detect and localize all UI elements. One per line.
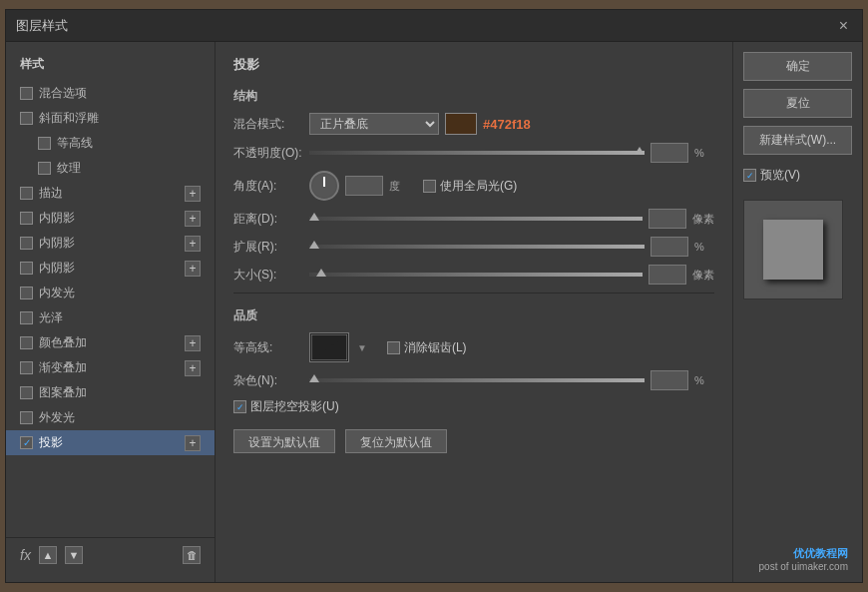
layer-knockout-checkbox[interactable] [233,400,246,413]
inner-shadow1-label: 内阴影 [39,210,75,227]
sidebar-item-inner-shadow1[interactable]: 内阴影 + [6,206,215,231]
color-overlay-add-btn[interactable]: + [185,335,201,351]
size-row: 大小(S): 1 像素 [233,265,714,285]
bevel-checkbox[interactable] [20,112,33,125]
move-down-button[interactable]: ▼ [65,546,83,564]
stroke-checkbox[interactable] [20,187,33,200]
bevel-label: 斜面和浮雕 [39,110,99,127]
sidebar-item-contour[interactable]: 等高线 [6,131,215,156]
global-light-checkbox[interactable] [423,180,436,193]
stroke-add-btn[interactable]: + [185,186,201,202]
noise-slider-handle[interactable] [309,374,319,382]
inner-shadow1-add-btn[interactable]: + [185,211,201,227]
structure-subtitle: 结构 [233,88,714,105]
sidebar-item-gloss[interactable]: 光泽 [6,305,215,330]
distance-input[interactable]: 0 [649,209,686,229]
opacity-slider-handle[interactable] [635,147,645,155]
distance-slider-track[interactable] [309,217,643,221]
sidebar-item-inner-shadow2[interactable]: 内阴影 + [6,231,215,256]
pattern-overlay-checkbox[interactable] [20,386,33,399]
sidebar-item-stroke[interactable]: 描边 + [6,181,215,206]
noise-slider-track[interactable] [309,378,645,382]
move-up-button[interactable]: ▲ [39,546,57,564]
contour-svg [311,334,347,360]
reset-default-button[interactable]: 复位为默认值 [345,429,447,453]
drop-shadow-label: 投影 [39,434,63,451]
contour-label: 等高线 [57,135,93,152]
divider [233,293,714,294]
sidebar-item-drop-shadow[interactable]: 投影 + [6,430,215,455]
drop-shadow-add-btn[interactable]: + [185,435,201,451]
inner-shadow2-checkbox[interactable] [20,237,33,250]
sidebar-item-outer-glow[interactable]: 外发光 [6,405,215,430]
sidebar-item-texture[interactable]: 纹理 [6,156,215,181]
sidebar-item-gradient-overlay[interactable]: 渐变叠加 + [6,355,215,380]
blend-mode-select[interactable]: 正片叠底 [309,113,439,135]
inner-shadow1-checkbox[interactable] [20,212,33,225]
gradient-overlay-add-btn[interactable]: + [185,360,201,376]
layer-style-dialog: 图层样式 × 样式 混合选项 斜面和浮雕 等高线 纹理 [5,9,863,583]
size-unit: 像素 [692,268,714,283]
set-default-button[interactable]: 设置为默认值 [233,429,335,453]
noise-input[interactable]: 0 [651,370,688,390]
inner-shadow2-add-btn[interactable]: + [185,236,201,252]
close-button[interactable]: × [835,17,852,35]
angle-input[interactable]: 90 [345,176,383,196]
spread-input[interactable]: 0 [651,237,688,257]
gradient-overlay-checkbox[interactable] [20,361,33,374]
anti-alias-checkbox[interactable] [387,341,400,354]
reset-button[interactable]: 夏位 [743,89,852,118]
pattern-overlay-label: 图案叠加 [39,384,87,401]
inner-shadow3-checkbox[interactable] [20,262,33,275]
preview-inner [763,220,823,280]
distance-label: 距离(D): [233,211,303,228]
contour-dropdown-arrow[interactable]: ▼ [357,342,367,353]
contour-checkbox[interactable] [38,137,51,150]
inner-shadow3-add-btn[interactable]: + [185,261,201,277]
contour-qual-label: 等高线: [233,339,303,356]
sidebar-item-blend[interactable]: 混合选项 [6,81,215,106]
shadow-color-swatch[interactable] [445,113,477,135]
opacity-row: 不透明度(O): 100 % [233,143,714,163]
inner-glow-checkbox[interactable] [20,287,33,299]
gloss-checkbox[interactable] [20,311,33,324]
anti-alias-label: 消除锯齿(L) [404,339,467,356]
size-slider-track[interactable] [309,273,643,277]
sidebar-item-inner-shadow3[interactable]: 内阴影 + [6,256,215,281]
section-title: 投影 [233,56,714,74]
noise-row: 杂色(N): 0 % [233,370,714,390]
angle-label: 角度(A): [233,178,303,195]
preview-container: 预览(V) [743,167,852,184]
texture-checkbox[interactable] [38,162,51,175]
sidebar-item-pattern-overlay[interactable]: 图案叠加 [6,380,215,405]
size-input[interactable]: 1 [649,265,686,285]
opacity-slider-track[interactable] [309,151,645,155]
sidebar-item-inner-glow[interactable]: 内发光 [6,281,215,305]
opacity-input[interactable]: 100 [651,143,688,163]
blend-label: 混合选项 [39,85,87,102]
preview-checkbox[interactable] [743,169,756,182]
outer-glow-checkbox[interactable] [20,411,33,424]
distance-slider-handle[interactable] [309,213,319,221]
new-style-button[interactable]: 新建样式(W)... [743,126,852,155]
delete-button[interactable]: 🗑 [183,546,201,564]
size-slider-container [309,273,643,277]
contour-preview[interactable] [309,332,349,362]
contour-row: 等高线: ▼ 消除锯齿(L) [233,332,714,362]
sidebar-item-color-overlay[interactable]: 颜色叠加 + [6,330,215,355]
size-slider-handle[interactable] [316,269,326,277]
angle-dial[interactable] [309,171,339,201]
opacity-label: 不透明度(O): [233,145,303,162]
color-overlay-checkbox[interactable] [20,336,33,349]
distance-slider-container [309,217,643,221]
sidebar-item-bevel[interactable]: 斜面和浮雕 [6,106,215,131]
styles-section-title: 样式 [6,52,215,81]
spread-slider-track[interactable] [309,245,645,249]
preview-box [743,200,843,299]
left-panel: 样式 混合选项 斜面和浮雕 等高线 纹理 [6,42,216,582]
blend-checkbox[interactable] [20,87,33,100]
ok-button[interactable]: 确定 [743,52,852,81]
drop-shadow-checkbox[interactable] [20,436,33,449]
spread-slider-handle[interactable] [309,241,319,249]
dialog-title: 图层样式 [16,17,68,35]
